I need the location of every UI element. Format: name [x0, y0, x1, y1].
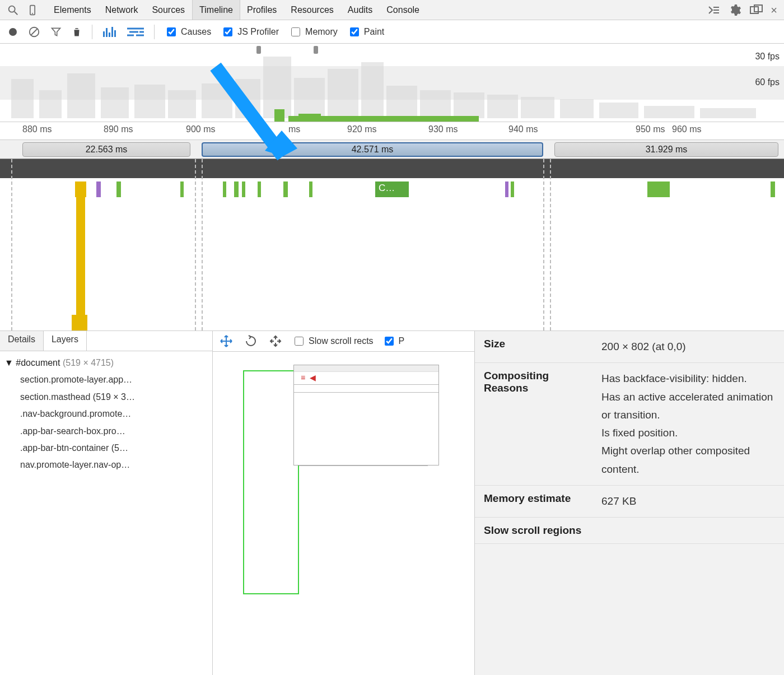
tree-item[interactable]: nav.promote-layer.nav-op… [4, 457, 208, 473]
garbage-icon[interactable] [72, 26, 82, 38]
flame-event[interactable] [72, 315, 87, 330]
jsprofiler-label: JS Profiler [237, 27, 279, 37]
prop-key: Slow scroll regions [475, 518, 592, 544]
svg-rect-13 [103, 31, 105, 37]
tab-timeline[interactable]: Timeline [192, 0, 240, 20]
tab-audits[interactable]: Audits [341, 0, 380, 20]
flame-event[interactable] [505, 181, 508, 197]
tree-item[interactable]: .app-bar-search-box.pro… [4, 423, 208, 440]
layers-tree-panel: Details Layers ▼ #document (519 × 4715) … [0, 331, 213, 675]
flame-event[interactable] [771, 181, 775, 197]
tree-root[interactable]: ▼ #document (519 × 4715) [4, 355, 208, 371]
device-icon[interactable] [27, 4, 38, 16]
ruler-tick: 940 ms [508, 124, 538, 134]
memory-checkbox[interactable]: Memory [289, 26, 338, 38]
drawer-toggle-icon[interactable] [707, 4, 720, 16]
layer-properties-table: Size 200 × 802 (at 0,0) Compositing Reas… [475, 331, 784, 544]
tree-item[interactable]: .nav-background.promote… [4, 406, 208, 422]
paint-label: Paint [364, 27, 384, 37]
prop-value [592, 518, 784, 544]
svg-rect-17 [114, 30, 116, 37]
ruler-tick: 950 ms [636, 124, 665, 134]
gear-icon[interactable] [728, 3, 741, 17]
flame-chart[interactable]: C… [0, 159, 784, 330]
frames-row[interactable]: 22.563 ms 42.571 ms 31.929 ms [0, 140, 784, 159]
svg-point-0 [9, 6, 15, 12]
reset-icon[interactable] [268, 334, 283, 348]
ruler-tick: 890 ms [104, 124, 133, 134]
flame-event-composite[interactable]: C… [375, 181, 409, 197]
slow-scroll-rects-label: Slow scroll rects [309, 336, 374, 346]
tab-network[interactable]: Network [99, 0, 146, 20]
tab-sources[interactable]: Sources [145, 0, 192, 20]
flame-event[interactable] [283, 181, 288, 197]
prop-key: Size [475, 331, 592, 363]
flame-event[interactable] [258, 181, 261, 197]
flame-event[interactable] [309, 181, 312, 197]
flame-event[interactable] [96, 181, 101, 197]
dock-icon[interactable] [749, 4, 763, 16]
table-row: Slow scroll regions [475, 518, 784, 544]
tree-item[interactable]: section.masthead (519 × 3… [4, 389, 208, 406]
svg-point-9 [9, 28, 17, 36]
flame-event[interactable] [647, 181, 670, 197]
ruler-tick: 930 ms [428, 124, 458, 134]
frame-bar-selected[interactable]: 42.571 ms [202, 142, 543, 157]
svg-rect-16 [111, 27, 113, 37]
record-icon[interactable] [8, 27, 18, 37]
flame-event[interactable] [242, 181, 245, 197]
flame-event[interactable] [75, 181, 86, 197]
layer-preview-panel: Slow scroll rects P ≡ ◀ [213, 331, 475, 675]
flameview-icon[interactable] [127, 26, 144, 38]
framesview-icon[interactable] [102, 26, 117, 38]
extra-checkbox[interactable]: P [382, 335, 405, 347]
table-row: Size 200 × 802 (at 0,0) [475, 331, 784, 363]
flame-event[interactable] [223, 181, 226, 197]
table-row: Compositing Reasons Has backface-visibil… [475, 363, 784, 486]
layer-preview[interactable]: ≡ ◀ [226, 365, 422, 667]
flame-event[interactable] [180, 181, 184, 197]
ruler-tick: 880 ms [22, 124, 52, 134]
subtab-details[interactable]: Details [0, 331, 44, 351]
clear-icon[interactable] [28, 26, 40, 38]
tab-console[interactable]: Console [380, 0, 427, 20]
prop-key: Memory estimate [475, 486, 592, 518]
menu-icon: ≡ ◀ [301, 373, 316, 382]
tree-item[interactable]: .app-bar-btn-container (5… [4, 440, 208, 457]
paint-checkbox[interactable]: Paint [348, 26, 384, 38]
causes-checkbox[interactable]: Causes [165, 26, 211, 38]
tab-resources[interactable]: Resources [284, 0, 340, 20]
layer-details-panel: Size 200 × 802 (at 0,0) Compositing Reas… [475, 331, 784, 675]
frame-bar[interactable]: 22.563 ms [22, 142, 190, 157]
pan-icon[interactable] [218, 334, 234, 348]
filter-icon[interactable] [50, 26, 62, 38]
overview-strip[interactable]: 30 fps 60 fps [0, 44, 784, 122]
bottom-pane: Details Layers ▼ #document (519 × 4715) … [0, 330, 784, 675]
frame-bar[interactable]: 31.929 ms [554, 142, 778, 157]
timeline-toolbar: Causes JS Profiler Memory Paint [0, 20, 784, 44]
tree-item[interactable]: section.promote-layer.app… [4, 371, 208, 388]
flame-event[interactable] [76, 197, 85, 315]
tab-elements[interactable]: Elements [47, 0, 99, 20]
rotate-icon[interactable] [243, 334, 259, 348]
svg-marker-12 [52, 28, 60, 35]
devtools-tabstrip: Elements Network Sources Timeline Profil… [0, 0, 784, 20]
prop-key: Compositing Reasons [475, 363, 592, 486]
main-tabs: Elements Network Sources Timeline Profil… [47, 0, 427, 20]
flame-event[interactable] [511, 181, 514, 197]
flame-event[interactable] [234, 181, 239, 197]
layer-tree[interactable]: ▼ #document (519 × 4715) section.promote… [0, 351, 212, 477]
overview-bars [0, 43, 784, 122]
tab-profiles[interactable]: Profiles [240, 0, 284, 20]
time-ruler[interactable]: 880 ms 890 ms 900 ms ms 920 ms 930 ms 94… [0, 122, 784, 140]
prop-value: 627 KB [592, 486, 784, 518]
subtab-layers[interactable]: Layers [44, 331, 87, 351]
detail-subtabs: Details Layers [0, 331, 212, 351]
search-icon[interactable] [7, 4, 19, 16]
slow-scroll-rects-checkbox[interactable]: Slow scroll rects [292, 335, 374, 347]
flame-event[interactable] [116, 181, 121, 197]
memory-label: Memory [305, 27, 338, 37]
prop-value: Has backface-visibility: hidden. Has an … [592, 363, 784, 486]
jsprofiler-checkbox[interactable]: JS Profiler [221, 26, 279, 38]
close-icon[interactable]: × [771, 4, 777, 16]
